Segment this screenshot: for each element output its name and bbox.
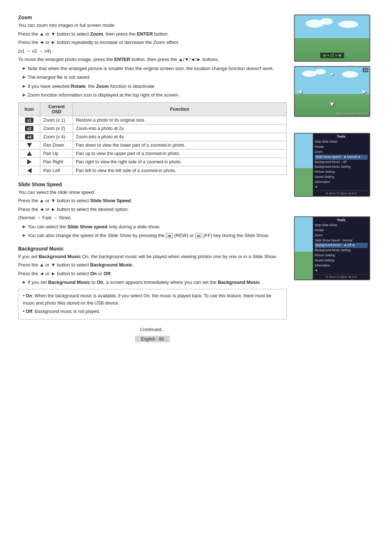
- table-row: x4 Zoom (x 4) Zoom-into a photo at 4x.: [19, 133, 287, 141]
- spacer2: [294, 201, 374, 212]
- zoom-dot: •: [327, 53, 329, 57]
- table-row: x1 Zoom (x 1) Restore a photo to its ori…: [19, 116, 287, 124]
- table-cell-osd: Pan Right: [40, 158, 73, 166]
- note-arrow-icon: ➤: [22, 232, 26, 239]
- table-header-function: Function: [73, 102, 287, 116]
- left-arrow-nav: ◄: [297, 88, 303, 95]
- tools-item-rotate: Rotate: [315, 228, 368, 233]
- slide-show-note-2: ➤ You can also change the speed of the S…: [22, 232, 287, 239]
- right-arrow-nav: ►: [361, 88, 368, 95]
- tools-item-rotate: Rotate: [315, 144, 368, 150]
- tools-item-bgmusic-setting: Background Music Setting: [315, 248, 368, 253]
- zoom-bar: ⊖ • x2 • ⊕: [320, 53, 344, 58]
- note-arrow-icon: ➤: [22, 279, 26, 286]
- table-row: Pan Down Pan down to view the lower part…: [19, 141, 287, 149]
- tools-title-2: Tools: [315, 218, 368, 222]
- tools-footer-1: ⊕ Move ⊡ Adjust ◄| Exit: [315, 191, 368, 195]
- zoom-bar-text: ⊕: [338, 53, 341, 57]
- table-cell-osd: Pan Left: [40, 166, 73, 175]
- tools-item-bgmusic: Background Music : Off: [315, 160, 368, 165]
- note-arrow-icon: ➤: [22, 65, 26, 72]
- table-cell-osd: Zoom (x 2): [40, 124, 73, 133]
- bg-music-note-1: ➤ If you set Background Music to On, a s…: [22, 279, 287, 286]
- note-arrow-icon: ➤: [22, 91, 26, 99]
- table-cell-function: Zoom-into a photo at 2x.: [73, 124, 287, 133]
- zoom-note-4: ➤ Zoom function information icon is disp…: [22, 91, 287, 99]
- bg-music-para-3: Press the ◄ or ► button to select On or …: [18, 270, 287, 277]
- zoom-note-1: ➤ Note that when the enlarged picture is…: [22, 65, 287, 72]
- table-cell-icon: x1: [19, 116, 40, 124]
- bg-music-info-box: • On: When the background music is avail…: [18, 289, 287, 319]
- tools-item-more: ▼: [315, 185, 368, 190]
- bg-music-title: Background Music: [18, 246, 287, 252]
- tools-item-zoom: Zoom: [315, 233, 368, 238]
- tools-item-more: ▼: [315, 268, 368, 273]
- table-cell-function: Pan up to view the upper part of a zoome…: [73, 149, 287, 158]
- zoom-note-2: ➤ The enlarged file is not saved.: [22, 74, 287, 81]
- table-cell-osd: Pan Down: [40, 141, 73, 149]
- x2-icon: x2: [25, 126, 33, 131]
- tools-panel-content-2: Tools Stop Slide Show Rotate Zoom Slide …: [313, 217, 369, 280]
- up-arrow-nav: ▲: [330, 70, 335, 76]
- tools-title-1: Tools: [315, 135, 368, 138]
- cloud-decoration: [302, 70, 317, 77]
- table-row: Pan Left Pan left to view the left side …: [19, 166, 287, 175]
- tools-thumbnail-2: [295, 217, 313, 280]
- table-cell-osd: Zoom (x 1): [40, 116, 73, 124]
- background-music-section: Background Music If you set Background M…: [18, 246, 287, 319]
- table-cell-icon: [19, 158, 40, 166]
- tools-item-speed: Slide Show Speed : Normal: [315, 238, 368, 243]
- spacer: [294, 121, 374, 129]
- table-cell-icon: [19, 141, 40, 149]
- zoom-para-5: To move the enlarged photo image, press …: [18, 56, 287, 63]
- zoom-title: Zoom: [18, 15, 287, 20]
- note-arrow-icon: ➤: [22, 74, 26, 81]
- bg-music-para-1: If you set Background Music On, the back…: [18, 253, 287, 260]
- tools-item-info: Information: [315, 180, 368, 185]
- page-number-container: English - 80: [18, 336, 287, 342]
- slide-show-para-2: Press the ▲ or ▼ button to select Slide …: [18, 197, 287, 204]
- slide-show-para-1: You can select the slide show speed.: [18, 189, 287, 196]
- page-number: English - 80: [135, 336, 170, 342]
- table-row: Pan Up Pan up to view the upper part of …: [19, 149, 287, 158]
- tools-thumbnail-1: [295, 134, 313, 196]
- table-cell-icon: [19, 149, 40, 158]
- info-bullet-1: • On: When the background music is avail…: [23, 292, 282, 307]
- cloud-decoration: [315, 69, 326, 74]
- x4-badge: x4: [363, 68, 368, 72]
- tools-item-bgmusic-setting: Background Music Setting: [315, 164, 368, 170]
- info-bullet-2: • Off: Background music is not played.: [23, 308, 282, 315]
- tools-item-sound: Sound Setting: [315, 175, 368, 180]
- nav-footer-label: ⊕Move ⊡Enter ↩Return: [336, 112, 368, 115]
- tools-item-stop: Stop Slide Show: [315, 223, 368, 228]
- zoom-note-3: ➤ If you have selected Rotate, the Zoom …: [22, 83, 287, 90]
- table-header-osd: Current OSD: [40, 102, 73, 116]
- zoom-para-3: Press the ◄ or ► button repeatedly to in…: [18, 39, 287, 46]
- zoom-table: Icon Current OSD Function x1 Zoom (x 1) …: [18, 102, 287, 175]
- down-arrow-nav: ▼: [329, 101, 335, 108]
- bg-music-para-2: Press the ▲ or ▼ button to select Backgr…: [18, 261, 287, 269]
- table-cell-icon: [19, 166, 40, 175]
- pan-right-icon: [27, 159, 32, 164]
- table-cell-function: Pan down to view the lower part of a zoo…: [73, 141, 287, 149]
- pan-down-icon: [27, 143, 32, 147]
- zoom-nav-screen: ▲ ◄ ► ▼ x4 ⊕Move ⊡Enter ↩Return: [294, 66, 370, 117]
- right-column: ⊖ • x2 • ⊕ ▲ ◄ ► ▼ x4 ⊕Move ⊡Enter ↩Retu…: [294, 15, 374, 342]
- left-column: Zoom You can zoom into images in full sc…: [18, 15, 287, 342]
- tools-item-sound: Sound Setting: [315, 258, 368, 263]
- table-row: x2 Zoom (x 2) Zoom-into a photo at 2x.: [19, 124, 287, 133]
- note-arrow-icon: ➤: [22, 223, 26, 231]
- slide-show-para-4: (Normal → Fast → Slow): [18, 214, 287, 221]
- zoom-bar-text: ⊖: [323, 53, 326, 57]
- tools-item-zoom: Zoom: [315, 150, 368, 155]
- table-cell-osd: Pan Up: [40, 149, 73, 158]
- table-cell-icon: x4: [19, 133, 40, 141]
- tools-item-picture: Picture Setting: [315, 170, 368, 175]
- table-cell-osd: Zoom (x 4): [40, 133, 73, 141]
- table-row: Pan Right Pan right to view the right si…: [19, 158, 287, 166]
- table-cell-function: Pan right to view the right side of a zo…: [73, 158, 287, 166]
- table-cell-function: Zoom-into a photo at 4x.: [73, 133, 287, 141]
- tools-item-bgmusic: Background Music : ◄ Off ►: [315, 243, 368, 248]
- tools-panel-1: Tools Stop Slide Show Rotate Zoom Slide …: [294, 133, 370, 197]
- zoom-para-4: (x1 → x2 → x4): [18, 48, 287, 55]
